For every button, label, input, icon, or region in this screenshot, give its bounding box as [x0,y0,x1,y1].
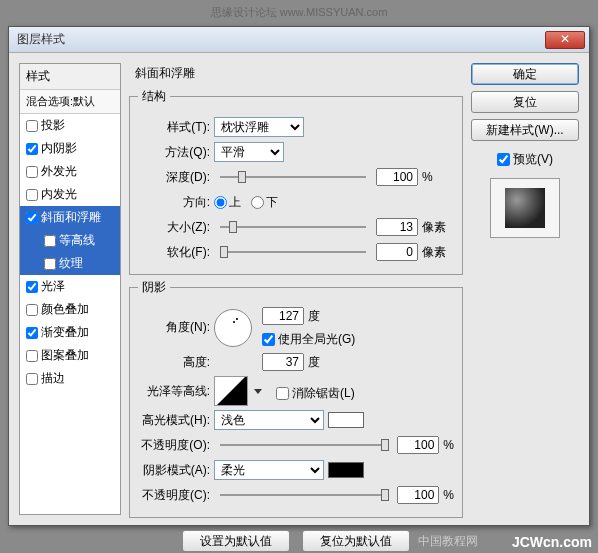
technique-label: 方法(Q): [138,144,210,161]
style-outer-glow[interactable]: 外发光 [20,160,120,183]
size-input[interactable] [376,218,418,236]
size-label: 大小(Z): [138,219,210,236]
style-stroke[interactable]: 描边 [20,367,120,390]
watermark-cn: 中国教程网 [418,533,478,550]
soften-slider[interactable] [220,244,366,260]
direction-up[interactable]: 上 [214,194,241,211]
shadow-mode-select[interactable]: 柔光 [214,460,324,480]
depth-label: 深度(D): [138,169,210,186]
styles-list: 样式 混合选项:默认 投影 内阴影 外发光 内发光 斜面和浮雕 等高线 纹理 光… [19,63,121,515]
highlight-mode-select[interactable]: 浅色 [214,410,324,430]
shadow-opacity-label: 不透明度(C): [138,487,210,504]
watermark-url: JCWcn.com [512,534,592,550]
styles-header[interactable]: 样式 [20,64,120,90]
style-satin[interactable]: 光泽 [20,275,120,298]
depth-slider[interactable] [220,169,366,185]
size-unit: 像素 [422,219,454,236]
chevron-down-icon[interactable] [254,389,262,394]
gloss-contour-label: 光泽等高线: [138,383,210,400]
close-button[interactable]: ✕ [545,31,585,49]
style-bevel-emboss[interactable]: 斜面和浮雕 [20,206,120,229]
shadow-opacity-slider[interactable] [220,487,387,503]
shadow-opacity-input[interactable] [397,486,439,504]
panel-title: 斜面和浮雕 [129,63,463,84]
make-default-button[interactable]: 设置为默认值 [182,530,290,552]
technique-select[interactable]: 平滑 [214,142,284,162]
style-contour[interactable]: 等高线 [20,229,120,252]
highlight-opacity-slider[interactable] [220,437,387,453]
titlebar: 图层样式 ✕ [9,27,589,53]
style-drop-shadow[interactable]: 投影 [20,114,120,137]
settings-panel: 斜面和浮雕 结构 样式(T): 枕状浮雕 方法(Q): 平滑 深度(D): % [129,63,463,515]
style-select[interactable]: 枕状浮雕 [214,117,304,137]
structure-group: 结构 样式(T): 枕状浮雕 方法(Q): 平滑 深度(D): % 方向: [129,88,463,275]
structure-legend: 结构 [138,88,170,105]
shading-group: 阴影 角度(N): 度 使用全局光(G) 高度: [129,279,463,518]
shadow-mode-label: 阴影模式(A): [138,462,210,479]
dialog-title: 图层样式 [13,31,545,48]
highlight-opacity-input[interactable] [397,436,439,454]
style-gradient-overlay[interactable]: 渐变叠加 [20,321,120,344]
depth-input[interactable] [376,168,418,186]
blend-options[interactable]: 混合选项:默认 [20,90,120,114]
altitude-unit: 度 [308,354,320,371]
anti-alias-checkbox[interactable]: 消除锯齿(L) [276,385,355,402]
highlight-opacity-label: 不透明度(O): [138,437,210,454]
soften-unit: 像素 [422,244,454,261]
altitude-label: 高度: [138,354,210,371]
direction-label: 方向: [138,194,210,211]
soften-input[interactable] [376,243,418,261]
style-texture[interactable]: 纹理 [20,252,120,275]
pct-unit: % [443,438,454,452]
altitude-input[interactable] [262,353,304,371]
style-pattern-overlay[interactable]: 图案叠加 [20,344,120,367]
layer-style-dialog: 图层样式 ✕ 样式 混合选项:默认 投影 内阴影 外发光 内发光 斜面和浮雕 等… [8,26,590,526]
reset-default-button[interactable]: 复位为默认值 [302,530,410,552]
highlight-mode-label: 高光模式(H): [138,412,210,429]
preview-swatch [490,178,560,238]
gloss-contour-picker[interactable] [214,376,248,406]
angle-label: 角度(N): [138,319,210,336]
angle-wheel[interactable] [214,309,252,347]
ok-button[interactable]: 确定 [471,63,579,85]
style-inner-shadow[interactable]: 内阴影 [20,137,120,160]
soften-label: 软化(F): [138,244,210,261]
new-style-button[interactable]: 新建样式(W)... [471,119,579,141]
style-inner-glow[interactable]: 内发光 [20,183,120,206]
cancel-button[interactable]: 复位 [471,91,579,113]
direction-down[interactable]: 下 [251,194,278,211]
size-slider[interactable] [220,219,366,235]
angle-unit: 度 [308,308,320,325]
global-light-checkbox[interactable]: 使用全局光(G) [262,331,355,348]
highlight-color-swatch[interactable] [328,412,364,428]
shadow-color-swatch[interactable] [328,462,364,478]
angle-input[interactable] [262,307,304,325]
style-color-overlay[interactable]: 颜色叠加 [20,298,120,321]
right-panel: 确定 复位 新建样式(W)... 预览(V) [471,63,579,515]
style-label: 样式(T): [138,119,210,136]
watermark-top: 思缘设计论坛 www.MISSYUAN.com [0,5,598,20]
depth-unit: % [422,170,454,184]
preview-checkbox[interactable]: 预览(V) [497,151,553,168]
shading-legend: 阴影 [138,279,170,296]
